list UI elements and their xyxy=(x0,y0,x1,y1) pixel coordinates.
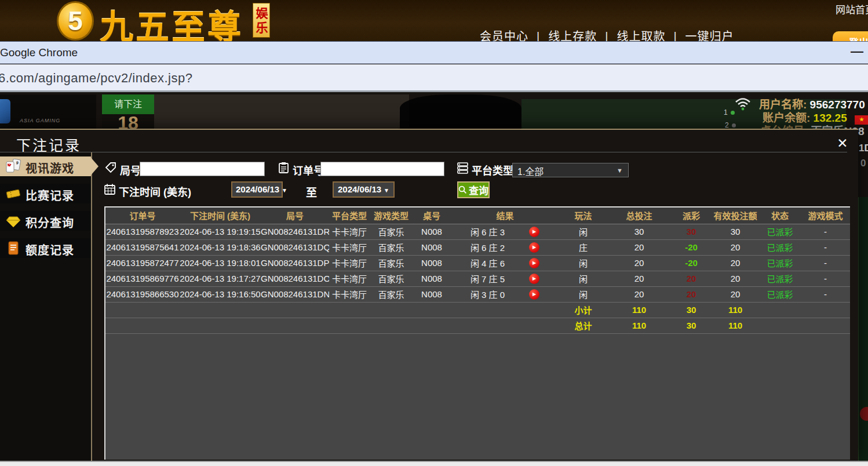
bet-records-modal: 下注记录 ✕ 9 K 视讯游戏 比赛记录 xyxy=(0,129,858,461)
cell-valid_bet: 20 xyxy=(712,239,759,255)
close-icon[interactable]: ✕ xyxy=(833,134,852,152)
result-text: 闲 3 庄 0 xyxy=(471,288,505,300)
empty-cell xyxy=(413,302,451,318)
column-header: 局号 xyxy=(261,207,329,224)
sidebar-item-credit-records[interactable]: 额度记录 xyxy=(0,238,91,258)
bet-status: 请下注 xyxy=(102,94,154,114)
cell-status: 已派彩 xyxy=(759,286,801,302)
cell-result: 闲 6 庄 2▶ xyxy=(451,239,559,255)
order-number-label: 订单号 xyxy=(293,162,324,177)
gem-icon xyxy=(5,213,21,228)
divider xyxy=(0,152,847,152)
cell-result: 闲 6 庄 3▶ xyxy=(451,224,559,239)
cell-table_no: N008 xyxy=(413,224,451,239)
search-button-label: 查询 xyxy=(469,183,488,197)
cell-game: 百家乐 xyxy=(370,255,413,271)
empty-cell xyxy=(759,302,801,318)
gray-dot-icon xyxy=(732,123,736,128)
column-header: 下注时间 (美东) xyxy=(180,207,261,224)
cell-status: 已派彩 xyxy=(759,271,801,286)
column-header: 有效投注额 xyxy=(712,207,759,224)
empty-cell xyxy=(759,318,801,333)
cell-table_no: N008 xyxy=(413,255,451,271)
total-payout: 30 xyxy=(671,318,712,333)
cell-time: 2024-06-13 19:18:36 xyxy=(180,239,261,255)
table-row: 2406131958697762024-06-13 19:17:27GN0082… xyxy=(105,271,850,286)
round-number-label: 局号 xyxy=(120,162,141,177)
column-header: 总投注 xyxy=(607,207,671,224)
round-number-input[interactable] xyxy=(140,162,265,176)
provider-name: ASIA GAMING xyxy=(20,118,60,123)
cell-game: 百家乐 xyxy=(370,286,413,302)
ticket-icon xyxy=(5,186,21,201)
cell-play: 闲 xyxy=(559,286,607,302)
cell-play: 闲 xyxy=(559,224,607,239)
cell-payout: 30 xyxy=(671,224,712,239)
empty-cell xyxy=(261,302,329,318)
cell-platform: 卡卡湾厅 xyxy=(329,286,370,302)
chrome-title-bar xyxy=(0,41,868,64)
cell-valid_bet: 20 xyxy=(712,286,759,302)
empty-cell xyxy=(370,302,413,318)
date-to-picker[interactable]: 2024/06/13▼ xyxy=(333,181,395,198)
minimize-button[interactable]: — xyxy=(848,43,866,60)
sidebar-item-points-query[interactable]: 积分查询 xyxy=(0,211,91,231)
cell-status: 已派彩 xyxy=(759,255,801,271)
cell-round: GN008246131DN xyxy=(261,286,329,302)
site-home-link[interactable]: 网站首页 xyxy=(836,2,868,16)
play-video-icon[interactable]: ▶ xyxy=(529,258,539,268)
clipboard-icon xyxy=(278,162,290,174)
cell-total_bet: 20 xyxy=(607,286,671,302)
background-fragment: 1D xyxy=(859,143,868,154)
chevron-down-icon: ▼ xyxy=(384,187,389,194)
sidebar-item-video-games[interactable]: 9 K 视讯游戏 xyxy=(0,156,91,176)
cell-order: 240613195869776 xyxy=(105,271,180,286)
empty-cell xyxy=(180,318,261,333)
window-title: Google Chrome xyxy=(0,46,78,59)
platform-type-select[interactable]: 1.全部 ▼ xyxy=(512,163,629,177)
empty-cell xyxy=(370,318,413,333)
order-number-input[interactable] xyxy=(320,162,444,176)
cell-platform: 卡卡湾厅 xyxy=(329,239,370,255)
table-row: 2406131958789232024-06-13 19:19:15GN0082… xyxy=(105,224,850,239)
play-video-icon[interactable]: ▶ xyxy=(529,242,539,253)
empty-cell xyxy=(329,318,370,333)
date-from-picker[interactable]: 2024/06/13▼ xyxy=(231,181,283,198)
scene-dealer xyxy=(400,94,521,129)
cell-play: 庄 xyxy=(559,239,607,255)
cell-payout: -20 xyxy=(671,255,712,271)
column-header: 玩法 xyxy=(559,207,607,224)
provider-block: ASIA GAMING xyxy=(0,94,96,129)
bet-time-label: 下注时间 (美东) xyxy=(119,184,191,199)
column-header: 订单号 xyxy=(105,207,180,224)
cell-table_no: N008 xyxy=(413,286,451,302)
column-header: 派彩 xyxy=(671,207,712,224)
cell-play: 闲 xyxy=(559,255,607,271)
cell-game: 百家乐 xyxy=(370,239,413,255)
cell-payout: 20 xyxy=(671,271,712,286)
subtotal-total_bet: 110 xyxy=(607,302,671,318)
background-fragment: 0 xyxy=(860,158,866,169)
play-video-icon[interactable]: ▶ xyxy=(529,227,539,237)
result-text: 闲 6 庄 3 xyxy=(471,225,505,238)
column-header: 平台类型 xyxy=(329,207,370,224)
empty-cell xyxy=(451,318,559,333)
sidebar-item-match-records[interactable]: 比赛记录 xyxy=(0,184,91,203)
cell-status: 已派彩 xyxy=(759,239,801,255)
total-valid_bet: 110 xyxy=(712,318,759,333)
cell-order: 240613195866530 xyxy=(105,286,180,302)
cell-platform: 卡卡湾厅 xyxy=(329,271,370,286)
search-button[interactable]: 查询 xyxy=(457,181,490,198)
bet-countdown: 18 xyxy=(102,114,154,129)
bet-timer: 请下注 18 xyxy=(102,94,154,129)
site-banner: 5 九五至尊 娱乐 网站首页 会员中心|线上存款|线上取款|一键归户 登出 xyxy=(0,0,868,41)
play-video-icon[interactable]: ▶ xyxy=(529,274,539,284)
platform-list-icon xyxy=(457,162,469,174)
column-header: 状态 xyxy=(759,207,801,224)
road-marker: 2 xyxy=(725,121,736,129)
play-video-icon[interactable]: ▶ xyxy=(529,289,539,300)
cell-payout: -20 xyxy=(671,239,712,255)
cell-order: 240613195875641 xyxy=(105,239,180,255)
cell-valid_bet: 20 xyxy=(712,255,759,271)
sidebar-item-label: 积分查询 xyxy=(25,214,74,231)
